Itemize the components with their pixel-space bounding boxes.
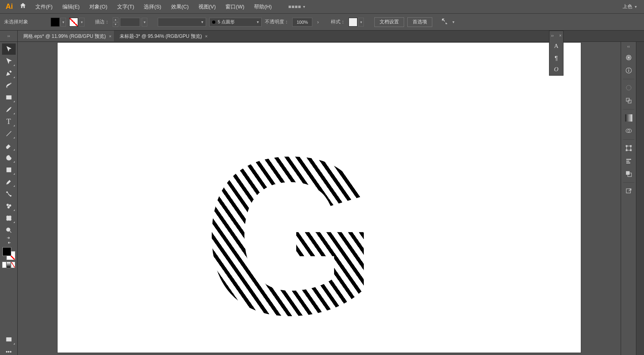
menu-edit[interactable]: 编辑(E) (58, 0, 85, 14)
style-swatch[interactable] (349, 18, 357, 27)
eyedropper-tool[interactable] (2, 176, 16, 188)
menu-window[interactable]: 窗口(W) (221, 0, 249, 14)
info-icon[interactable] (623, 64, 635, 76)
paintbrush-tool[interactable] (2, 104, 16, 115)
opacity-input[interactable]: 100% (292, 18, 312, 27)
svg-rect-1 (6, 168, 11, 172)
separator (623, 109, 634, 109)
artboard-tool[interactable] (2, 213, 16, 224)
stroke-weight[interactable]: ▴▾ ▾ (113, 17, 147, 27)
svg-rect-23 (626, 150, 627, 151)
menu-view[interactable]: 视图(V) (194, 0, 221, 14)
stroke-weight-input[interactable] (120, 18, 140, 27)
edit-toolbar-icon[interactable]: ••• (6, 349, 12, 355)
transform-icon[interactable] (623, 142, 635, 154)
character-panel[interactable]: ››× A ¶ O (549, 31, 564, 76)
width-tool[interactable] (2, 164, 16, 175)
menu-select[interactable]: 选择(S) (139, 0, 166, 14)
close-icon[interactable]: × (109, 31, 111, 42)
menu-object[interactable]: 对象(O) (85, 0, 112, 14)
color-wheel-icon[interactable] (623, 52, 635, 64)
menu-type[interactable]: 文字(T) (112, 0, 139, 14)
curvature-tool[interactable] (2, 80, 16, 91)
align-to-icon[interactable] (441, 18, 448, 26)
stroke-swatch-group[interactable]: ▾ (69, 18, 85, 27)
fill-dropdown[interactable]: ▾ (60, 18, 66, 27)
home-icon[interactable] (15, 2, 31, 11)
svg-point-14 (626, 85, 631, 90)
stroke-dropdown[interactable]: ▾ (79, 18, 85, 27)
arrange-documents[interactable]: ▾ (285, 4, 309, 9)
svg-point-13 (628, 68, 629, 69)
dock-collapse-icon[interactable]: ‹‹ (627, 44, 630, 51)
stroke-spinner[interactable]: ▴▾ (113, 17, 118, 27)
line-tool[interactable] (2, 128, 16, 139)
svg-rect-9 (6, 338, 11, 341)
chevron-down-icon[interactable]: ▾ (452, 20, 454, 24)
variable-width-profile[interactable]: ▾ (158, 18, 206, 27)
menu-help[interactable]: 帮助(H) (249, 0, 277, 14)
stroke-weight-dropdown[interactable]: ▾ (142, 18, 147, 27)
document-tab[interactable]: 未标题-3* @ 95.94% (RGB/GPU 预览) × (114, 31, 210, 41)
rectangle-tool[interactable] (2, 92, 16, 103)
stroke-swatch[interactable] (69, 18, 78, 27)
menu-file[interactable]: 文件(F) (31, 0, 58, 14)
chevron-down-icon: ▾ (201, 20, 203, 24)
preferences-button[interactable]: 首选项 (407, 17, 432, 27)
document-setup-button[interactable]: 文档设置 (374, 17, 404, 27)
svg-rect-27 (626, 163, 630, 163)
style-swatch-group[interactable]: ▾ (349, 18, 364, 27)
appearance-icon[interactable] (623, 82, 635, 94)
opacity-flyout-icon[interactable]: › (316, 19, 320, 25)
rotate-tool[interactable] (2, 152, 16, 163)
color-mode-gradient[interactable] (6, 262, 11, 268)
opentype-icon[interactable]: O (554, 66, 559, 73)
svg-rect-7 (6, 216, 11, 221)
panel-header[interactable]: ››× (549, 33, 563, 38)
color-mode-solid[interactable] (2, 262, 6, 268)
fill-stroke-indicator[interactable] (2, 247, 15, 260)
transparency-icon[interactable] (623, 125, 635, 137)
canvas-area[interactable]: G (18, 42, 621, 355)
chevron-down-icon: ▾ (635, 4, 637, 9)
swap-fill-stroke-icon[interactable] (2, 237, 16, 244)
type-tool[interactable]: T (2, 116, 16, 127)
character-icon[interactable]: A (554, 43, 559, 50)
separator (623, 139, 634, 140)
fill-swatch-group[interactable]: ▾ (51, 18, 66, 27)
separator (623, 79, 634, 79)
workspace-switcher[interactable]: 上色 ▾ (619, 3, 641, 10)
svg-point-3 (10, 195, 11, 196)
close-icon[interactable]: × (559, 33, 561, 38)
screen-mode-tool[interactable] (2, 334, 16, 345)
double-chevron-icon[interactable]: ›› (551, 33, 554, 38)
paragraph-icon[interactable]: ¶ (555, 54, 558, 61)
svg-rect-17 (625, 114, 632, 122)
fill-swatch[interactable] (51, 18, 60, 27)
selection-tool[interactable] (2, 43, 16, 55)
artboard[interactable]: G (58, 43, 581, 353)
eraser-tool[interactable] (2, 140, 16, 151)
toolbox-collapse[interactable]: ›› (0, 31, 18, 41)
direct-selection-tool[interactable] (2, 56, 16, 67)
pathfinder-icon[interactable] (623, 168, 635, 180)
close-icon[interactable]: × (205, 31, 207, 42)
export-icon[interactable] (623, 185, 635, 197)
brush-definition[interactable]: 5 点圆形 ▾ (209, 18, 262, 27)
zoom-tool[interactable] (2, 225, 16, 236)
fill-indicator[interactable] (2, 247, 11, 256)
pen-tool[interactable] (2, 68, 16, 79)
svg-rect-12 (628, 70, 629, 72)
gradient-icon[interactable] (623, 112, 635, 124)
blend-tool[interactable] (2, 188, 16, 200)
style-dropdown[interactable]: ▾ (358, 18, 364, 27)
artwork-letter[interactable]: G (202, 123, 370, 349)
document-tab[interactable]: 网格.eps* @ 11.99% (RGB/GPU 预览) × (18, 31, 114, 41)
symbol-sprayer-tool[interactable] (2, 200, 16, 212)
graphic-styles-icon[interactable] (623, 95, 635, 107)
color-mode-none[interactable] (11, 262, 15, 268)
menu-effect[interactable]: 效果(C) (166, 0, 194, 14)
align-icon[interactable] (623, 155, 635, 167)
brush-dot-icon (212, 21, 215, 24)
color-mode-row[interactable] (2, 262, 16, 268)
